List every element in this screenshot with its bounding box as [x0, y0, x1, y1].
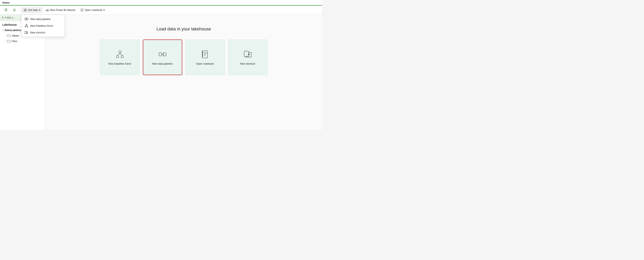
svg-rect-6 — [46, 10, 46, 11]
card-new-shortcut[interactable]: New shortcut — [228, 40, 268, 75]
folder-icon — [7, 34, 10, 37]
svg-rect-14 — [25, 18, 26, 20]
shortcut-icon — [25, 31, 28, 34]
svg-rect-4 — [24, 10, 25, 11]
svg-rect-28 — [159, 53, 162, 56]
svg-rect-12 — [81, 10, 81, 10]
content-title: Load data in your lakehouse — [156, 27, 211, 32]
svg-rect-3 — [26, 9, 26, 10]
card-label-shortcut: New shortcut — [240, 62, 255, 65]
new-file-button[interactable] — [2, 7, 10, 13]
files-label: Files — [12, 40, 17, 43]
info-icon: ℹ — [2, 16, 3, 19]
get-data-label: Get data — [28, 9, 38, 12]
chevron-right-icon-files: › — [6, 40, 6, 42]
toolbar-separator — [20, 8, 20, 13]
page-title: Home — [2, 1, 10, 4]
svg-rect-13 — [81, 11, 81, 11]
svg-rect-40 — [244, 51, 248, 57]
folder-icon-files — [7, 40, 10, 43]
dropdown-item-label: New Dataflow Gen2 — [30, 24, 53, 27]
svg-rect-36 — [202, 56, 203, 57]
svg-line-27 — [120, 53, 122, 56]
notebook-icon — [80, 9, 84, 12]
svg-rect-34 — [202, 52, 203, 53]
svg-rect-9 — [48, 10, 49, 11]
cards-row: New Dataflow Gen2 New data pipeline — [100, 40, 268, 75]
new-power-bi-label: New Power BI dataset — [50, 9, 75, 12]
title-bar: Home — [0, 0, 322, 6]
pipeline-icon — [25, 17, 28, 21]
card-new-data-pipeline[interactable]: New data pipeline — [143, 40, 182, 75]
svg-point-18 — [25, 26, 26, 27]
svg-rect-15 — [27, 18, 28, 20]
card-new-dataflow-gen2[interactable]: New Dataflow Gen2 — [100, 40, 140, 75]
card-open-notebook[interactable]: Open notebook — [186, 40, 225, 75]
svg-point-1 — [14, 10, 15, 11]
dropdown-item-label: New data pipeline — [30, 18, 50, 21]
sidebar-item-files[interactable]: › Files — [0, 38, 45, 44]
power-bi-icon — [46, 9, 49, 12]
shortcut-card-icon — [243, 50, 252, 59]
svg-line-20 — [26, 25, 26, 26]
svg-point-25 — [121, 56, 124, 58]
toolbar: Get data ▾ New Power BI dataset Open not… — [0, 6, 322, 15]
svg-rect-8 — [47, 9, 48, 11]
get-data-button[interactable]: Get data ▾ — [22, 7, 42, 13]
svg-point-24 — [116, 56, 119, 58]
svg-point-23 — [119, 51, 121, 53]
dropdown-item-new-data-pipeline[interactable]: New data pipeline — [22, 16, 64, 22]
pipeline-card-icon — [158, 50, 167, 59]
card-label-dataflow: New Dataflow Gen2 — [108, 62, 131, 65]
svg-rect-2 — [24, 9, 25, 10]
svg-rect-33 — [202, 51, 208, 58]
svg-line-21 — [26, 25, 28, 26]
svg-point-19 — [27, 26, 28, 27]
svg-rect-35 — [202, 54, 203, 55]
get-data-icon — [24, 9, 27, 12]
chevron-down-icon: ▾ — [2, 29, 3, 31]
info-text: A SQL e... — [5, 16, 15, 19]
dropdown-item-new-dataflow-gen2[interactable]: New Dataflow Gen2 — [22, 22, 64, 29]
dataflow-icon — [25, 24, 28, 28]
new-file-icon — [4, 9, 8, 12]
svg-rect-11 — [81, 9, 81, 10]
open-notebook-chevron: ▾ — [103, 9, 105, 12]
new-power-bi-button[interactable]: New Power BI dataset — [44, 7, 78, 13]
svg-point-17 — [26, 24, 27, 25]
svg-rect-29 — [163, 53, 166, 56]
card-label-notebook: Open notebook — [196, 62, 214, 65]
get-data-dropdown: New data pipeline New Dataflow Gen2 — [21, 15, 65, 37]
svg-line-26 — [118, 53, 120, 56]
dropdown-item-label: New shortcut — [30, 31, 45, 34]
dropdown-item-new-shortcut[interactable]: New shortcut — [22, 29, 64, 36]
get-data-chevron: ▾ — [39, 9, 40, 12]
settings-button[interactable] — [11, 7, 18, 13]
content-area: Load data in your lakehouse New Dataflow… — [45, 15, 322, 130]
tables-label: Tables — [12, 34, 19, 37]
open-notebook-button[interactable]: Open notebook ▾ — [78, 7, 107, 13]
gear-icon — [13, 9, 16, 12]
svg-rect-5 — [26, 10, 26, 11]
dataflow-card-icon — [115, 50, 125, 59]
open-notebook-label: Open notebook — [85, 9, 102, 12]
notebook-card-icon — [200, 50, 210, 59]
card-label-pipeline: New data pipeline — [152, 62, 172, 65]
chevron-right-icon: › — [6, 35, 6, 37]
svg-rect-7 — [46, 10, 47, 11]
